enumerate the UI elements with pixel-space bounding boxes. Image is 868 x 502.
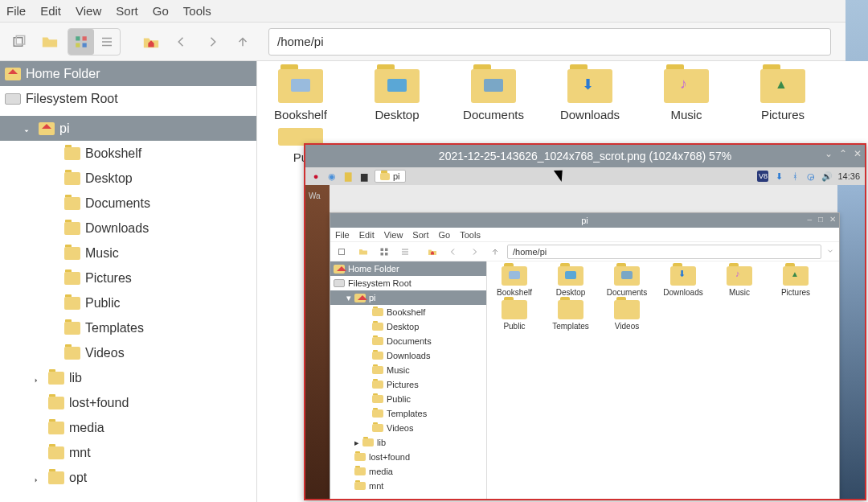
terminal-icon[interactable]: ▆ <box>358 171 370 182</box>
inner-folder-desktop[interactable]: Desktop <box>548 266 593 297</box>
sidebar-home-folder[interactable]: Home Folder <box>0 61 256 86</box>
inner-folder-pictures[interactable]: Pictures <box>773 266 818 297</box>
sidebar-item-media[interactable]: media <box>0 415 256 440</box>
chevron-right-icon[interactable] <box>32 373 42 383</box>
new-tab-button[interactable] <box>334 243 351 261</box>
chevron-right-icon[interactable]: ▸ <box>354 438 359 448</box>
close-icon[interactable]: ✕ <box>854 148 862 159</box>
sidebar-item-public[interactable]: Public <box>0 290 256 315</box>
sidebar-item-music[interactable]: Music <box>0 241 256 265</box>
icon-view-button[interactable] <box>68 29 94 55</box>
menu-edit[interactable]: Edit <box>40 4 61 18</box>
menu-file[interactable]: File <box>335 230 350 240</box>
inner-sidebar-lib[interactable]: ▸lib <box>330 435 486 450</box>
close-icon[interactable]: ✕ <box>829 215 836 224</box>
inner-sidebar-videos[interactable]: Videos <box>330 421 486 435</box>
inner-folder-music[interactable]: Music <box>717 266 762 297</box>
taskbar-item-pi[interactable]: pi <box>375 170 406 183</box>
back-button[interactable] <box>169 29 194 55</box>
inner-folder-bookshelf[interactable]: Bookshelf <box>492 266 537 297</box>
menu-edit[interactable]: Edit <box>359 230 375 240</box>
sidebar-item-documents[interactable]: Documents <box>0 191 256 216</box>
inner-folder-templates[interactable]: Templates <box>548 300 593 331</box>
folder-icon[interactable]: ▇ <box>342 171 354 182</box>
sidebar-item-opt[interactable]: opt <box>0 465 256 490</box>
new-tab-button[interactable] <box>6 29 32 55</box>
list-view-button[interactable] <box>396 243 414 261</box>
globe-icon[interactable]: ◉ <box>326 171 338 182</box>
inner-filemanager-window[interactable]: pi – □ ✕ File Edit View Sort Go Tools <box>330 212 840 499</box>
inner-folder-public[interactable]: Public <box>492 300 537 331</box>
inner-sidebar-media[interactable]: media <box>330 464 486 479</box>
sidebar-item-lib[interactable]: lib <box>0 365 256 390</box>
home-button[interactable] <box>424 243 441 261</box>
path-dropdown-icon[interactable] <box>825 247 836 257</box>
inner-path-input[interactable]: /home/pi <box>507 245 821 259</box>
menu-file[interactable]: File <box>6 4 26 18</box>
menu-sort[interactable]: Sort <box>116 4 138 18</box>
inner-sidebar-bookshelf[interactable]: Bookshelf <box>330 305 486 319</box>
bluetooth-icon[interactable]: ᚼ <box>789 171 800 182</box>
inner-sidebar-desktop[interactable]: Desktop <box>330 319 486 334</box>
sidebar-item-downloads[interactable]: Downloads <box>0 216 256 241</box>
sidebar-item-bookshelf[interactable]: Bookshelf <box>0 141 256 166</box>
inner-sidebar-public[interactable]: Public <box>330 392 486 406</box>
menu-go[interactable]: Go <box>439 230 451 240</box>
inner-sidebar-fsroot[interactable]: Filesystem Root <box>330 276 486 290</box>
sidebar-item-pictures[interactable]: Pictures <box>0 265 256 290</box>
image-viewer-window[interactable]: 2021-12-25-143626_1024x768_scrot.png (10… <box>304 143 866 500</box>
icon-view-button[interactable] <box>375 243 393 261</box>
sidebar-filesystem-root[interactable]: Filesystem Root <box>0 86 256 111</box>
menu-tools[interactable]: Tools <box>460 230 481 240</box>
menu-view[interactable]: View <box>384 230 403 240</box>
minimize-icon[interactable]: – <box>807 215 812 224</box>
inner-sidebar-documents[interactable]: Documents <box>330 334 486 348</box>
raspberry-icon[interactable]: ● <box>310 171 321 182</box>
path-input[interactable]: /home/pi <box>268 28 831 56</box>
folder-documents[interactable]: Documents <box>457 69 530 121</box>
chevron-down-icon[interactable]: ▾ <box>346 293 351 303</box>
volume-icon[interactable]: 🔊 <box>821 171 833 182</box>
up-button[interactable] <box>486 243 504 261</box>
forward-button[interactable] <box>465 243 483 261</box>
folder-pictures[interactable]: Pictures <box>746 69 820 121</box>
image-viewer-titlebar[interactable]: 2021-12-25-143626_1024x768_scrot.png (10… <box>305 145 865 167</box>
inner-sidebar-downloads[interactable]: Downloads <box>330 348 486 363</box>
up-button[interactable] <box>230 29 256 55</box>
wifi-icon[interactable]: ◶ <box>805 171 817 182</box>
home-button[interactable] <box>138 29 164 55</box>
menu-tools[interactable]: Tools <box>183 4 211 18</box>
inner-titlebar[interactable]: pi – □ ✕ <box>330 213 839 228</box>
chevron-down-icon[interactable] <box>23 124 32 134</box>
download-icon[interactable]: ⬇ <box>773 171 784 182</box>
sidebar-item-pi[interactable]: pi <box>0 116 256 141</box>
menu-go[interactable]: Go <box>153 4 169 18</box>
chevron-right-icon[interactable] <box>32 473 42 483</box>
forward-button[interactable] <box>199 29 225 55</box>
chevron-down-icon[interactable]: ⌄ <box>825 148 833 159</box>
inner-sidebar-home[interactable]: Home Folder <box>330 261 486 276</box>
folder-music[interactable]: Music <box>649 69 723 121</box>
inner-sidebar-mnt[interactable]: mnt <box>330 479 486 493</box>
new-folder-button[interactable] <box>354 243 372 261</box>
folder-bookshelf[interactable]: Bookshelf <box>264 69 338 121</box>
back-button[interactable] <box>444 243 462 261</box>
inner-folder-downloads[interactable]: Downloads <box>661 266 706 297</box>
inner-sidebar-music[interactable]: Music <box>330 363 486 377</box>
menu-view[interactable]: View <box>76 4 101 18</box>
sidebar-item-mnt[interactable]: mnt <box>0 440 256 465</box>
sidebar-item-desktop[interactable]: Desktop <box>0 166 256 191</box>
inner-sidebar-pictures[interactable]: Pictures <box>330 377 486 392</box>
folder-downloads[interactable]: Downloads <box>553 69 627 121</box>
folder-desktop[interactable]: Desktop <box>360 69 434 121</box>
inner-sidebar-templates[interactable]: Templates <box>330 406 486 421</box>
sidebar-item-lostfound[interactable]: lost+found <box>0 390 256 415</box>
new-folder-button[interactable] <box>37 29 63 55</box>
maximize-icon[interactable]: □ <box>818 215 823 224</box>
inner-folder-videos[interactable]: Videos <box>604 300 649 331</box>
list-view-button[interactable] <box>94 29 120 55</box>
sidebar-item-templates[interactable]: Templates <box>0 315 256 340</box>
chevron-up-icon[interactable]: ⌃ <box>839 148 847 159</box>
inner-content-area[interactable]: Bookshelf Desktop Documents Downloads Mu… <box>487 261 839 499</box>
inner-sidebar-lostfound[interactable]: lost+found <box>330 450 486 464</box>
